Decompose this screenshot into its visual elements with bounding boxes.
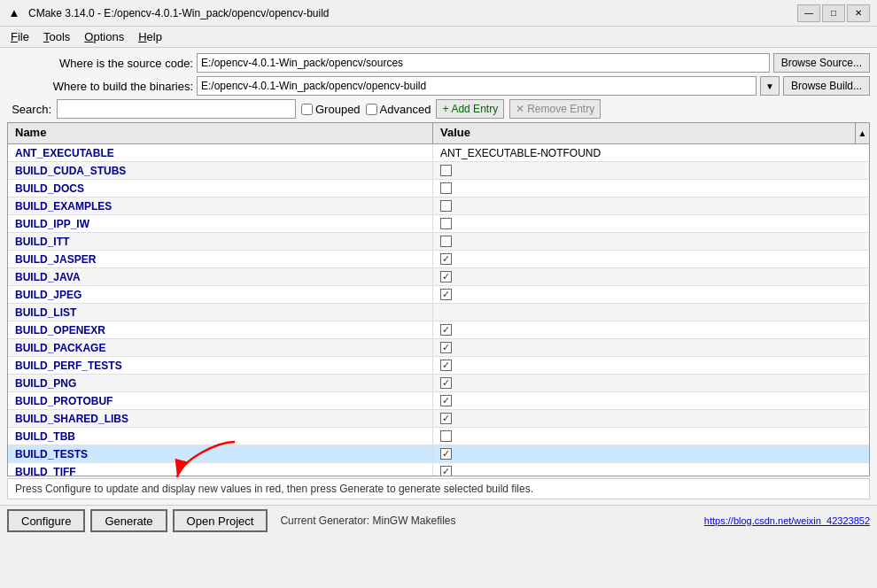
close-button[interactable]: ✕ (847, 4, 870, 22)
menu-tools[interactable]: Tools (36, 28, 77, 45)
advanced-label: Advanced (380, 103, 431, 116)
source-path-input[interactable] (197, 53, 770, 73)
source-label: Where is the source code: (7, 57, 193, 70)
cell-value (433, 304, 869, 321)
table-row[interactable]: BUILD_SHARED_LIBS (8, 410, 869, 428)
row-checkbox[interactable] (440, 342, 452, 353)
table-row[interactable]: BUILD_CUDA_STUBS (8, 162, 869, 180)
grouped-checkbox[interactable] (301, 104, 313, 115)
search-label: Search: (7, 103, 51, 116)
advanced-checkbox[interactable] (366, 104, 377, 115)
cell-value (433, 215, 869, 232)
table-row[interactable]: BUILD_ITT (8, 233, 869, 251)
search-row: Search: Grouped Advanced + Add Entry ✕ R… (7, 99, 870, 119)
menu-file[interactable]: File (4, 28, 36, 45)
generate-button[interactable]: Generate (90, 509, 167, 532)
cell-name: BUILD_CUDA_STUBS (8, 162, 433, 179)
minimize-button[interactable]: — (797, 4, 820, 22)
cell-value (433, 233, 869, 250)
cell-value (433, 180, 869, 197)
table-row[interactable]: BUILD_OPENEXR (8, 321, 869, 339)
row-checkbox[interactable] (440, 448, 452, 460)
status-text: Press Configure to update and display ne… (15, 483, 533, 495)
add-entry-button[interactable]: + Add Entry (436, 99, 504, 119)
cell-name: BUILD_IPP_IW (8, 215, 433, 232)
cell-value (433, 321, 869, 338)
cmake-icon: ▲ (7, 6, 21, 20)
cell-value (433, 251, 869, 267)
table-row[interactable]: BUILD_TESTS (8, 445, 869, 463)
cell-value (433, 197, 869, 214)
row-checkbox[interactable] (440, 395, 452, 406)
table-row[interactable]: BUILD_JAVA (8, 268, 869, 286)
cell-value (433, 268, 869, 285)
row-checkbox[interactable] (440, 165, 452, 176)
bottom-bar: Configure Generate Open Project Current … (0, 505, 877, 536)
row-checkbox[interactable] (440, 200, 452, 212)
cell-name: BUILD_PACKAGE (8, 339, 433, 356)
open-project-button[interactable]: Open Project (173, 509, 268, 532)
row-checkbox[interactable] (440, 289, 452, 300)
grouped-checkbox-label[interactable]: Grouped (301, 103, 361, 116)
header-value: Value (433, 123, 855, 143)
row-checkbox[interactable] (440, 218, 452, 229)
cell-name: BUILD_OPENEXR (8, 321, 433, 338)
remove-entry-button[interactable]: ✕ Remove Entry (509, 99, 601, 119)
cell-name: BUILD_DOCS (8, 180, 433, 197)
table-row[interactable]: BUILD_LIST (8, 304, 869, 321)
build-path-row: Where to build the binaries: ▼ Browse Bu… (7, 76, 870, 96)
table-row[interactable]: BUILD_TBB (8, 428, 869, 445)
remove-entry-label: Remove Entry (527, 103, 594, 115)
row-checkbox[interactable] (440, 253, 452, 265)
cell-value (433, 410, 869, 427)
main-window: Where is the source code: Browse Source.… (0, 48, 877, 505)
table-row[interactable]: BUILD_EXAMPLES (8, 197, 869, 215)
table-row[interactable]: BUILD_DOCS (8, 180, 869, 197)
build-path-input[interactable] (197, 76, 757, 96)
cell-name: BUILD_SHARED_LIBS (8, 410, 433, 427)
row-checkbox[interactable] (440, 236, 452, 247)
table-row[interactable]: BUILD_IPP_IW (8, 215, 869, 233)
row-checkbox[interactable] (440, 360, 452, 371)
table-row[interactable]: BUILD_PNG (8, 375, 869, 392)
cell-name: BUILD_ITT (8, 233, 433, 250)
build-path-dropdown[interactable]: ▼ (760, 76, 780, 96)
table-row[interactable]: BUILD_PERF_TESTS (8, 357, 869, 375)
browse-build-button[interactable]: Browse Build... (783, 76, 870, 96)
row-checkbox[interactable] (440, 182, 452, 194)
window-controls: — □ ✕ (797, 4, 870, 22)
maximize-button[interactable]: □ (822, 4, 845, 22)
table-row[interactable]: BUILD_JASPER (8, 251, 869, 268)
cell-value (433, 375, 869, 391)
cell-value (433, 445, 869, 462)
row-checkbox[interactable] (440, 413, 452, 424)
row-checkbox[interactable] (440, 466, 452, 476)
remove-entry-icon: ✕ (516, 103, 524, 115)
cell-value (433, 428, 869, 445)
row-checkbox[interactable] (440, 430, 452, 442)
scroll-up-top[interactable]: ▲ (855, 123, 869, 143)
menu-help[interactable]: Help (131, 28, 169, 45)
advanced-checkbox-label[interactable]: Advanced (366, 103, 431, 116)
table-row[interactable]: ANT_EXECUTABLEANT_EXECUTABLE-NOTFOUND (8, 144, 869, 162)
cell-name: BUILD_LIST (8, 304, 433, 321)
table-row[interactable]: BUILD_PROTOBUF (8, 392, 869, 410)
table-row[interactable]: BUILD_TIFF (8, 463, 869, 476)
browse-source-button[interactable]: Browse Source... (773, 53, 870, 73)
search-input[interactable] (57, 99, 296, 119)
cell-name: BUILD_TESTS (8, 445, 433, 462)
add-entry-label: Add Entry (451, 103, 498, 115)
table-row[interactable]: BUILD_JPEG (8, 286, 869, 304)
cell-value (433, 463, 869, 476)
row-checkbox[interactable] (440, 271, 452, 282)
menu-options[interactable]: Options (77, 28, 131, 45)
cell-value (433, 162, 869, 179)
cell-value (433, 339, 869, 356)
table-row[interactable]: BUILD_PACKAGE (8, 339, 869, 357)
configure-button[interactable]: Configure (7, 509, 85, 532)
cell-value: ANT_EXECUTABLE-NOTFOUND (433, 144, 869, 161)
row-checkbox[interactable] (440, 324, 452, 336)
menu-bar: File Tools Options Help (0, 27, 877, 48)
table-body[interactable]: ANT_EXECUTABLEANT_EXECUTABLE-NOTFOUNDBUI… (8, 144, 869, 476)
row-checkbox[interactable] (440, 377, 452, 389)
